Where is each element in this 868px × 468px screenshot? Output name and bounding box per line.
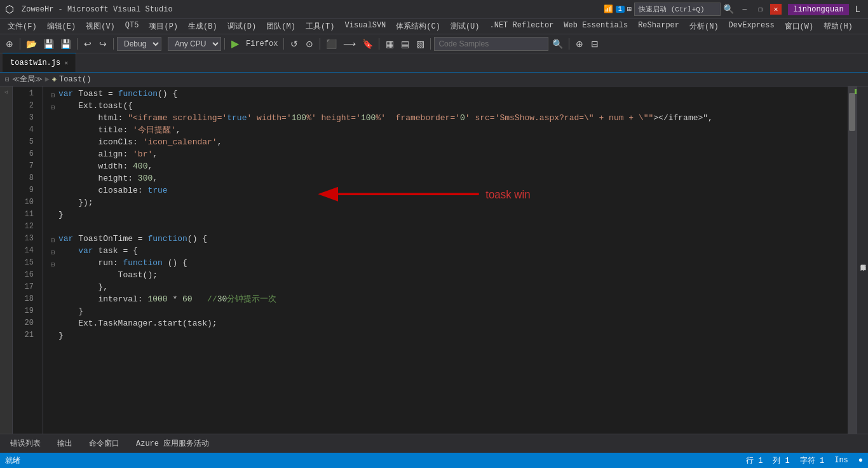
platform-dropdown[interactable]: Any CPU [168, 37, 221, 51]
user-badge[interactable]: linhongquan [788, 4, 848, 15]
bottom-tab-错误列表[interactable]: 错误列表 [3, 436, 48, 451]
user-avatar[interactable]: L [853, 3, 863, 16]
run-firefox-btn[interactable]: ▶ [228, 36, 242, 51]
line-number-7: 7 [13, 160, 37, 172]
quick-launch-box[interactable]: 快速启动 (Ctrl+Q) [634, 3, 720, 16]
extra-btn1[interactable]: ⊕ [573, 38, 587, 50]
menu-item-u[interactable]: 测试(U) [445, 20, 485, 33]
window-controls: ─ ❐ ✕ linhongquan L [739, 3, 863, 16]
breadcrumb-function[interactable]: Toast() [59, 75, 91, 84]
menu-item-devexpress[interactable]: DevExpress [724, 20, 780, 33]
debug-config-dropdown[interactable]: Debug [117, 37, 161, 51]
undo-btn[interactable]: ↩ [81, 38, 95, 50]
menu-item-netreflector[interactable]: .NET Reflector [485, 20, 559, 33]
code-text-19: } [58, 305, 83, 317]
fold-icon-15[interactable]: ⊟ [48, 259, 57, 268]
tab-toastwin-js[interactable]: toastwin.js ✕ [3, 53, 76, 72]
menu-item-webessentials[interactable]: Web Essentials [559, 20, 633, 33]
editor-area[interactable]: 123456789101112131415161718192021 toask … [13, 86, 857, 434]
scrollbar-track[interactable] [848, 86, 857, 434]
line-number-14: 14 [13, 245, 37, 257]
menu-item-c[interactable]: 体系结构(C) [391, 20, 445, 33]
search-go-btn[interactable]: 🔍 [550, 38, 566, 50]
fold-icon-14[interactable]: ⊟ [48, 247, 57, 256]
misc-btn3[interactable]: ▧ [413, 38, 427, 50]
code-text-8: height: 300, [58, 172, 158, 184]
bottom-tab-输出[interactable]: 输出 [50, 436, 80, 451]
code-text-14: var task = { [58, 245, 138, 257]
menu-item-b[interactable]: 生成(B) [183, 20, 222, 33]
close-button[interactable]: ✕ [770, 4, 782, 15]
code-line-13: ⊟var ToastOnTime = function() { [48, 233, 848, 245]
menu-item-d[interactable]: 调试(D) [222, 20, 262, 33]
menu-item-qt[interactable]: QT5 [120, 20, 144, 33]
menu-item-v[interactable]: 视图(V) [81, 20, 120, 33]
breadcrumb: ⊟ ≪全局≫ ▶ ◈ Toast() [0, 72, 868, 86]
main-layout: ◁ 123456789101112131415161718192021 t [0, 86, 868, 434]
open-btn[interactable]: 📂 [24, 38, 39, 50]
menu-item-w[interactable]: 窗口(W) [780, 20, 819, 33]
status-ins: Ins [834, 456, 848, 465]
line-number-19: 19 [13, 305, 37, 317]
redo-btn[interactable]: ↪ [96, 38, 110, 50]
save-all-btn[interactable]: 💾 [58, 38, 74, 50]
status-char: 字符 1 [800, 455, 824, 466]
bottom-tab-命令窗口[interactable]: 命令窗口 [81, 436, 127, 451]
line-number-10: 10 [13, 196, 37, 209]
menu-item-f[interactable]: 文件(F) [3, 20, 42, 33]
sep8 [430, 38, 431, 50]
code-text-4: title: '今日提醒', [58, 124, 180, 136]
code-samples-search[interactable] [434, 37, 548, 51]
code-line-8: height: 300, [48, 172, 848, 184]
sep1 [20, 38, 20, 50]
minimize-button[interactable]: ─ [739, 4, 751, 15]
menu-item-e[interactable]: 编辑(E) [42, 20, 81, 33]
status-col: 列 1 [773, 455, 789, 466]
status-right: 行 1 列 1 字符 1 Ins ● [746, 455, 863, 466]
breadcrumb-all[interactable]: ≪全局≫ [12, 74, 43, 85]
extra-btn2[interactable]: ⊟ [588, 38, 602, 50]
code-text-17: }, [58, 281, 108, 293]
vs-logo-icon: ⬡ [5, 3, 14, 16]
line-number-6: 6 [13, 148, 37, 160]
code-line-17: }, [48, 281, 848, 293]
menu-item-p[interactable]: 项目(P) [144, 20, 183, 33]
menu-item-resharper[interactable]: ReSharper [633, 20, 684, 33]
code-text-13: var ToastOnTime = function() { [58, 233, 207, 245]
bottom-tab-azure应用服务活动[interactable]: Azure 应用服务活动 [128, 436, 217, 451]
fold-icon-13[interactable]: ⊟ [48, 235, 57, 244]
new-project-btn[interactable]: ⊕ [3, 38, 17, 50]
right-panel: 程序集资源管理器 翻译 第三方工具 图表编辑器 准星 [857, 86, 868, 434]
line-number-16: 16 [13, 269, 37, 281]
menu-item-visualsvn[interactable]: VisualSVN [339, 20, 391, 33]
minimap-indicator [855, 89, 857, 94]
menu-item-t[interactable]: 工具(T) [301, 20, 340, 33]
browser-label: Firefox [243, 39, 280, 48]
sep5 [283, 38, 284, 50]
save-btn[interactable]: 💾 [41, 38, 57, 50]
tab-bar: toastwin.js ✕ [0, 53, 868, 72]
scrollbar-thumb[interactable] [849, 93, 855, 131]
wifi-icon: 📶 [604, 4, 613, 14]
sep7 [379, 38, 379, 50]
refresh-btn[interactable]: ↺ [287, 38, 301, 50]
step-btn[interactable]: ⟶ [341, 38, 358, 50]
maximize-button[interactable]: ❐ [754, 4, 766, 15]
menu-item-n[interactable]: 分析(N) [684, 20, 724, 33]
collapse-all-btn[interactable]: ⊟ [5, 75, 10, 83]
misc-btn2[interactable]: ▤ [398, 38, 412, 50]
line-number-8: 8 [13, 172, 37, 184]
fold-icon-2[interactable]: ⊟ [48, 102, 57, 111]
misc-btn1[interactable]: ▦ [383, 38, 397, 50]
attach-btn[interactable]: ⊙ [302, 38, 316, 50]
layout-icon: ⊞ [627, 4, 632, 14]
fold-icon-1[interactable]: ⊟ [48, 90, 57, 99]
menu-item-h[interactable]: 帮助(H) [818, 20, 858, 33]
tab-close-btn[interactable]: ✕ [64, 59, 68, 67]
menu-item-m[interactable]: 团队(M) [261, 20, 301, 33]
line-number-2: 2 [13, 100, 37, 112]
sep9 [569, 38, 569, 50]
code-line-7: width: 400, [48, 160, 848, 172]
breakpoint-btn[interactable]: ⬛ [323, 38, 339, 50]
bookmark-btn[interactable]: 🔖 [360, 38, 376, 50]
